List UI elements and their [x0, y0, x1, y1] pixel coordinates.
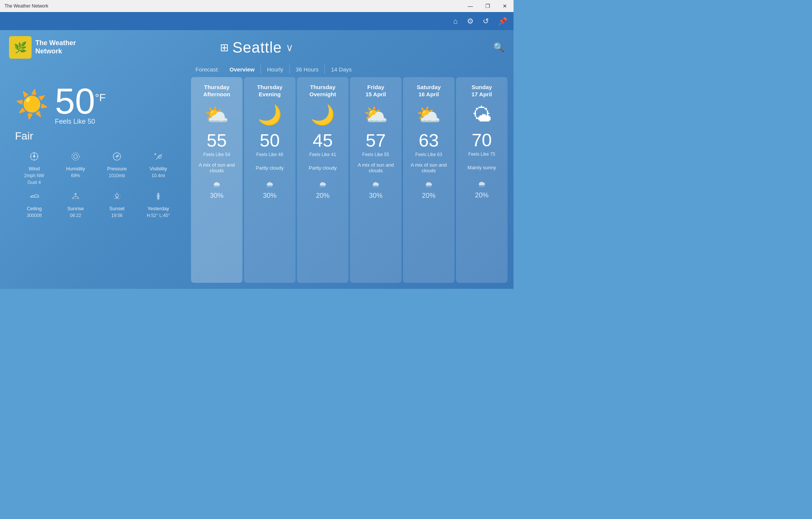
sunrise-detail: Sunrise 06:22 [56, 191, 95, 218]
card-desc-thu-evening: Partly cloudy [256, 161, 283, 175]
city-grid-icon: ⊞ [220, 41, 229, 54]
chevron-down-icon: ∨ [286, 41, 294, 54]
svg-line-25 [119, 194, 120, 195]
precip-icon-sun: 🌧 [478, 179, 486, 189]
card-temp-fri: 57 [366, 132, 386, 150]
minimize-button[interactable]: — [462, 0, 479, 12]
card-precip-thu-evening: 30% [263, 192, 276, 200]
precip-icon-fri: 🌧 [372, 180, 380, 190]
card-precip-sat: 20% [422, 192, 435, 200]
humidity-detail: Humidity 69% [56, 151, 95, 185]
card-icon-thu-overnight: 🌙 [311, 103, 335, 126]
card-temp-thu-evening: 50 [260, 132, 280, 150]
pressure-icon [112, 151, 122, 164]
card-feels-thu-evening: Feels Like 48 [256, 152, 283, 157]
wind-icon [29, 151, 39, 164]
card-feels-fri: Feels Like 55 [362, 152, 389, 157]
card-icon-sun: 🌤 [472, 103, 492, 126]
card-icon-sat: ⛅ [417, 103, 441, 126]
visibility-icon [153, 151, 164, 164]
svg-point-21 [115, 194, 118, 197]
card-feels-sat: Feels Like 63 [415, 152, 442, 157]
card-icon-thu-afternoon: ⛅ [205, 103, 229, 126]
city-name: Seattle [232, 39, 282, 56]
content-area: ☀️ 50°F Feels Like 50 Fair [0, 77, 514, 289]
card-precip-thu-afternoon: 30% [210, 192, 223, 200]
visibility-detail: Visibility 10.4mi [139, 151, 177, 185]
nav-tabs: Forecast: Overview Hourly 36 Hours 14 Da… [0, 65, 514, 74]
precip-icon-sat: 🌧 [425, 180, 433, 190]
wind-detail: Wind 2mph NW Gust 4 [15, 151, 53, 185]
card-title-thu-evening: ThursdayEvening [257, 83, 283, 98]
precip-icon-thu-afternoon: 🌧 [213, 180, 221, 190]
humidity-icon [70, 151, 81, 164]
card-feels-thu-afternoon: Feels Like 54 [203, 152, 230, 157]
card-icon-thu-evening: 🌙 [258, 103, 282, 126]
precip-icon-thu-overnight: 🌧 [319, 180, 327, 190]
app-title: The Weather Network [5, 3, 48, 9]
logo-icon: 🌿 [9, 36, 32, 59]
condition: Fair [15, 130, 177, 142]
titlebar: The Weather Network — ❐ ✕ [0, 0, 514, 12]
tab-14days[interactable]: 14 Days [325, 65, 358, 74]
tab-36hours[interactable]: 36 Hours [290, 65, 325, 74]
ceiling-detail: Ceiling 30000ft [15, 191, 53, 218]
forecast-card-sun: Sunday17 April 🌤 70 Feels Like 75 Mainly… [456, 77, 508, 283]
toolbar: ⌂ ⚙ ↺ 📌 [0, 12, 514, 30]
card-precip-thu-overnight: 20% [316, 192, 329, 200]
svg-point-13 [116, 156, 118, 157]
city-selector[interactable]: ⊞ Seattle ∨ [220, 39, 294, 56]
refresh-icon[interactable]: ↺ [483, 17, 489, 26]
home-icon[interactable]: ⌂ [453, 17, 458, 26]
pressure-detail: Pressure 1010mb [98, 151, 136, 185]
forecast-card-thu-evening: ThursdayEvening 🌙 50 Feels Like 48 Partl… [244, 77, 295, 283]
forecast-label: Forecast: [195, 66, 219, 73]
card-precip-fri: 30% [369, 192, 382, 200]
current-weather-icon: ☀️ [15, 88, 49, 120]
settings-icon[interactable]: ⚙ [467, 17, 474, 26]
card-title-sun: Sunday17 April [471, 83, 492, 98]
current-conditions: ☀️ 50°F Feels Like 50 Fair [6, 77, 186, 283]
tab-overview[interactable]: Overview [224, 65, 261, 74]
card-temp-thu-afternoon: 55 [207, 132, 227, 150]
card-temp-sat: 63 [419, 132, 439, 150]
current-weather: ☀️ 50°F Feels Like 50 [15, 83, 177, 126]
maximize-button[interactable]: ❐ [479, 0, 496, 12]
forecast-card-fri: Friday15 April ⛅ 57 Feels Like 55 A mix … [350, 77, 401, 283]
yesterday-icon [153, 191, 164, 204]
sunset-icon [112, 191, 122, 204]
forecast-card-sat: Saturday16 April ⛅ 63 Feels Like 63 A mi… [403, 77, 454, 283]
close-button[interactable]: ✕ [496, 0, 514, 12]
card-desc-sat: A mix of sun and clouds [408, 161, 450, 175]
card-title-thu-afternoon: ThursdayAfternoon [203, 83, 230, 98]
main-content: 🌿 The Weather Network ⊞ Seattle ∨ 🔍 Fore… [0, 30, 514, 289]
header: 🌿 The Weather Network ⊞ Seattle ∨ 🔍 [0, 30, 514, 65]
ceiling-icon [29, 191, 39, 204]
details-grid: Wind 2mph NW Gust 4 Humidity 69% [15, 151, 177, 218]
card-desc-thu-overnight: Partly cloudy [309, 161, 336, 175]
search-icon[interactable]: 🔍 [493, 42, 504, 53]
precip-icon-thu-evening: 🌧 [266, 180, 274, 190]
svg-line-24 [115, 194, 115, 195]
card-temp-thu-overnight: 45 [313, 132, 333, 150]
card-temp-sun: 70 [472, 131, 492, 149]
current-temp: 50°F [55, 81, 106, 121]
forecast-card-thu-afternoon: ThursdayAfternoon ⛅ 55 Feels Like 54 A m… [191, 77, 242, 283]
card-desc-fri: A mix of sun and clouds [354, 161, 397, 175]
card-title-thu-overnight: ThursdayOvernight [309, 83, 336, 98]
svg-point-7 [72, 153, 79, 160]
card-desc-thu-afternoon: A mix of sun and clouds [195, 161, 238, 175]
sunrise-icon [70, 191, 81, 204]
card-title-fri: Friday15 April [365, 83, 386, 98]
card-title-sat: Saturday16 April [417, 83, 441, 98]
card-feels-sun: Feels Like 75 [468, 152, 495, 157]
tab-hourly[interactable]: Hourly [261, 65, 289, 74]
forecast-card-thu-overnight: ThursdayOvernight 🌙 45 Feels Like 41 Par… [297, 77, 348, 283]
sunset-detail: Sunset 19:56 [98, 191, 136, 218]
pin-icon[interactable]: 📌 [498, 17, 508, 26]
forecast-cards: ThursdayAfternoon ⛅ 55 Feels Like 54 A m… [191, 77, 508, 283]
temp-display: 50°F Feels Like 50 [55, 83, 106, 126]
logo-text: The Weather Network [35, 39, 76, 55]
card-desc-sun: Mainly sunny [468, 161, 496, 174]
card-precip-sun: 20% [475, 191, 488, 199]
